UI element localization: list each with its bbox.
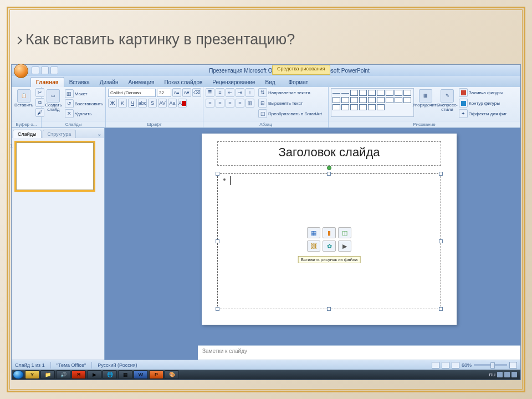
- taskbar-explorer-icon[interactable]: 📁: [40, 370, 55, 379]
- convert-smartart-button[interactable]: Преобразовать в SmartArt: [268, 111, 322, 116]
- view-sorter-button[interactable]: [442, 362, 449, 369]
- strike-button[interactable]: abc: [138, 99, 147, 108]
- tab-review[interactable]: Рецензирование: [207, 78, 260, 87]
- taskbar-media-icon[interactable]: 🔊: [56, 370, 70, 379]
- pane-close-icon[interactable]: ×: [95, 132, 104, 138]
- start-button[interactable]: [13, 370, 24, 379]
- grow-font-button[interactable]: A▴: [172, 88, 181, 97]
- shadow-button[interactable]: S: [148, 99, 157, 108]
- view-normal-button[interactable]: [432, 362, 439, 369]
- decrease-indent-button[interactable]: ⇤: [226, 88, 234, 97]
- insert-picture-icon[interactable]: 🖼: [307, 241, 320, 252]
- taskbar-yandex-icon[interactable]: Y: [25, 370, 39, 379]
- paste-label: Вставить: [14, 103, 33, 108]
- group-font: Calibri (Осново 32 A▴ A▾ ⌫ Ж К Ч abc S A…: [106, 87, 203, 127]
- fit-to-window-button[interactable]: [509, 362, 517, 369]
- change-case-button[interactable]: Aa: [168, 99, 177, 108]
- shapes-gallery[interactable]: [331, 88, 414, 117]
- ribbon: 📋 Вставить ✂ ⧉ 🖌 Буфер о... ▭ Создать сл…: [12, 87, 520, 128]
- shape-fill-button[interactable]: Заливка фигуры: [469, 90, 503, 95]
- qat-undo-icon[interactable]: [41, 66, 49, 74]
- tab-insert[interactable]: Вставка: [64, 78, 95, 87]
- contextual-tab-drawing-tools[interactable]: Средства рисования: [272, 65, 330, 75]
- layout-button[interactable]: Макет: [75, 91, 88, 96]
- columns-button[interactable]: ▥: [245, 99, 254, 108]
- char-spacing-button[interactable]: AV: [158, 99, 167, 108]
- qat-save-icon[interactable]: [32, 66, 39, 74]
- bold-button[interactable]: Ж: [108, 99, 117, 108]
- tab-design[interactable]: Дизайн: [95, 78, 124, 87]
- content-placeholder[interactable]: ▦ ▮ ◫ 🖼 ✿ ▶ Вставить рисунок из файла: [217, 173, 441, 309]
- line-spacing-button[interactable]: ↕: [245, 88, 254, 97]
- resize-handle[interactable]: [439, 172, 443, 176]
- align-left-button[interactable]: ≡: [206, 99, 214, 108]
- new-slide-icon: ▭: [47, 89, 60, 103]
- insert-media-icon[interactable]: ▶: [338, 241, 351, 252]
- slide-thumbnail-1[interactable]: 1: [16, 142, 94, 190]
- font-color-button[interactable]: A: [178, 99, 187, 108]
- pane-tab-outline[interactable]: Структура: [43, 130, 76, 138]
- resize-handle[interactable]: [216, 239, 219, 243]
- bullets-button[interactable]: ≣: [206, 88, 214, 97]
- taskbar-yandex2-icon[interactable]: Я: [71, 370, 86, 379]
- tray-network-icon[interactable]: [504, 372, 510, 377]
- taskbar-app-icon[interactable]: ▦: [118, 370, 132, 379]
- tab-format[interactable]: Формат: [284, 78, 314, 87]
- resize-handle[interactable]: [216, 307, 219, 311]
- slide-canvas[interactable]: Заголовок слайда ▦ ▮ ◫: [202, 134, 457, 325]
- tab-slideshow[interactable]: Показ слайдов: [159, 78, 207, 87]
- taskbar-word-icon[interactable]: W: [134, 370, 148, 379]
- taskbar-ie-icon[interactable]: 🌐: [103, 370, 117, 379]
- tab-view[interactable]: Вид: [260, 78, 280, 87]
- status-language[interactable]: Русский (Россия): [98, 362, 137, 368]
- tab-home[interactable]: Главная: [30, 77, 64, 87]
- resize-handle[interactable]: [216, 172, 219, 176]
- shape-effects-button[interactable]: Эффекты для фиг: [469, 111, 507, 116]
- align-right-button[interactable]: ≡: [226, 99, 234, 108]
- title-placeholder[interactable]: Заголовок слайда: [217, 141, 441, 166]
- paste-button[interactable]: 📋 Вставить: [14, 88, 34, 109]
- shrink-font-button[interactable]: A▾: [182, 88, 191, 97]
- taskbar-paint-icon[interactable]: 🎨: [165, 370, 179, 379]
- slide-editor-area[interactable]: Заголовок слайда ▦ ▮ ◫: [105, 128, 520, 360]
- qat-redo-icon[interactable]: [50, 66, 58, 74]
- taskbar-powerpoint-icon[interactable]: P: [149, 370, 163, 379]
- view-slideshow-button[interactable]: [452, 362, 459, 369]
- new-slide-button[interactable]: ▭ Создать слайд: [44, 88, 63, 113]
- align-text-button[interactable]: Выровнять текст: [268, 101, 303, 106]
- delete-button[interactable]: Удалить: [75, 111, 92, 116]
- justify-button[interactable]: ≡: [236, 99, 244, 108]
- clear-format-button[interactable]: ⌫: [192, 88, 201, 97]
- pane-tab-slides[interactable]: Слайды: [13, 130, 42, 138]
- insert-clipart-icon[interactable]: ✿: [323, 241, 336, 252]
- tray-volume-icon[interactable]: [511, 372, 517, 377]
- zoom-slider[interactable]: [474, 364, 507, 366]
- text-direction-button[interactable]: Направление текста: [268, 90, 310, 95]
- resize-handle[interactable]: [327, 307, 331, 311]
- quick-styles-button[interactable]: ✎ Экспресс-стили: [437, 88, 457, 113]
- underline-button[interactable]: Ч: [128, 99, 137, 108]
- office-button[interactable]: [14, 64, 28, 78]
- resize-handle[interactable]: [439, 239, 443, 243]
- insert-smartart-icon[interactable]: ◫: [338, 227, 351, 238]
- tab-animation[interactable]: Анимация: [123, 78, 159, 87]
- align-center-button[interactable]: ≡: [216, 99, 224, 108]
- resize-handle[interactable]: [439, 307, 443, 311]
- arrange-button[interactable]: ▦ Упорядочить: [416, 88, 436, 109]
- shape-outline-button[interactable]: Контур фигуры: [469, 101, 500, 106]
- increase-indent-button[interactable]: ⇥: [236, 88, 244, 97]
- numbering-button[interactable]: ≡: [216, 88, 224, 97]
- resize-handle[interactable]: [327, 172, 331, 176]
- rotation-handle-icon[interactable]: [327, 166, 331, 170]
- insert-table-icon[interactable]: ▦: [307, 227, 320, 238]
- tray-flag-icon[interactable]: [497, 372, 503, 377]
- reset-button[interactable]: Восстановить: [75, 101, 103, 106]
- font-name-combo[interactable]: Calibri (Осново: [108, 89, 156, 97]
- language-indicator[interactable]: RU: [489, 372, 495, 377]
- insert-chart-icon[interactable]: ▮: [323, 227, 336, 238]
- notes-pane[interactable]: Заметки к слайду: [198, 345, 520, 360]
- font-size-combo[interactable]: 32: [157, 89, 171, 97]
- italic-button[interactable]: К: [118, 99, 127, 108]
- zoom-value[interactable]: 68%: [462, 362, 472, 368]
- taskbar-wmp-icon[interactable]: ▶: [87, 370, 101, 379]
